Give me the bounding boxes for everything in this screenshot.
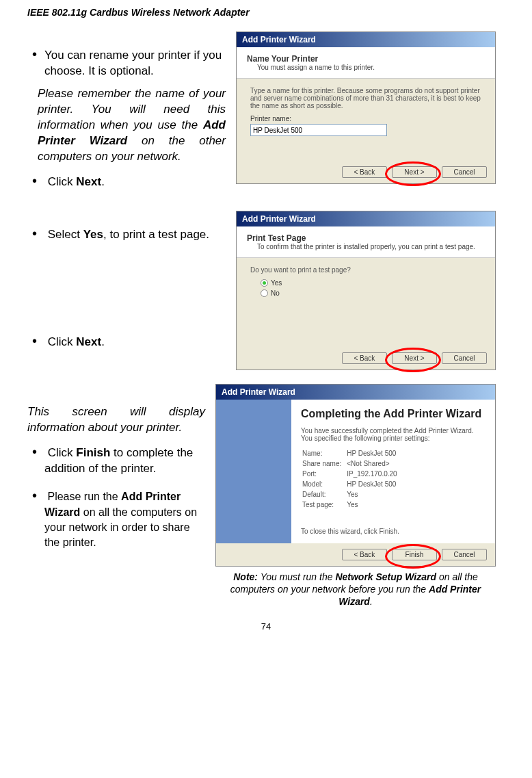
back-button-1[interactable]: < Back xyxy=(342,166,387,178)
printer-info-table: Name:HP DeskJet 500 Share name:<Not Shar… xyxy=(301,448,403,510)
add-printer-dialog-3: Add Printer Wizard Completing the Add Pr… xyxy=(215,384,496,567)
finish-button[interactable]: Finish xyxy=(392,549,437,560)
dialog-2-body: Do you want to print a test page? Yes No xyxy=(237,258,495,347)
dialog-2-header: Print Test Page To confirm that the prin… xyxy=(237,226,495,258)
dialog-3-container: Add Printer Wizard Completing the Add Pr… xyxy=(215,384,496,608)
radio-yes-label: Yes xyxy=(271,279,282,287)
dialog-1-container: Add Printer Wizard Name Your Printer You… xyxy=(236,31,496,197)
bullet-run-wizard: Please run the Add Printer Wizard on all… xyxy=(44,487,205,549)
dialog-1-body: Type a name for this printer. Because so… xyxy=(237,79,495,161)
remember-note: Please remember the name of your printer… xyxy=(38,86,226,165)
cancel-button-3[interactable]: Cancel xyxy=(442,549,487,560)
table-row: Test page:Yes xyxy=(302,500,401,509)
section-2: Select Yes, to print a test page. Click … xyxy=(27,211,505,370)
dialog-1-titlebar: Add Printer Wizard xyxy=(237,32,495,47)
section-3: This screen will display information abo… xyxy=(27,384,505,608)
dialog-3-footer: < Back Finish Cancel xyxy=(216,543,495,566)
wizard-side-graphic xyxy=(216,400,291,543)
table-row: Name:HP DeskJet 500 xyxy=(302,449,401,458)
bullet-select-yes: Select Yes, to print a test page. xyxy=(44,224,226,243)
dialog-1-description: Type a name for this printer. Because so… xyxy=(250,87,481,109)
network-setup-note: Note: You must run the Network Setup Wiz… xyxy=(215,571,496,608)
bullet-click-next-2: Click Next. xyxy=(44,332,226,350)
dialog-3-titlebar: Add Printer Wizard xyxy=(216,385,495,400)
table-row: Share name:<Not Shared> xyxy=(302,459,401,468)
dialog-2-subheading: To confirm that the printer is installed… xyxy=(247,243,485,250)
table-row: Default:Yes xyxy=(302,490,401,499)
completion-heading: Completing the Add Printer Wizard xyxy=(301,408,486,420)
table-row: Port:IP_192.170.0.20 xyxy=(302,469,401,478)
bullet-click-finish: Click Finish to complete the addition of… xyxy=(44,443,205,477)
next-button-1[interactable]: Next > xyxy=(392,166,437,178)
left-column-1: You can rename your printer if you choos… xyxy=(27,31,226,197)
back-button-2[interactable]: < Back xyxy=(342,352,387,364)
bullet-rename: You can rename your printer if you choos… xyxy=(44,45,226,79)
bullet-click-next-1: Click Next. xyxy=(44,172,226,190)
cancel-button-2[interactable]: Cancel xyxy=(442,352,487,364)
left-column-3: This screen will display information abo… xyxy=(27,384,205,608)
back-button-3[interactable]: < Back xyxy=(342,549,387,560)
dialog-1-heading: Name Your Printer xyxy=(247,54,485,64)
add-printer-dialog-1: Add Printer Wizard Name Your Printer You… xyxy=(236,31,496,184)
dialog-3-body: Completing the Add Printer Wizard You ha… xyxy=(216,400,495,543)
close-wizard-note: To close this wizard, click Finish. xyxy=(301,528,486,535)
radio-yes-icon xyxy=(261,279,268,287)
document-header: IEEE 802.11g Cardbus Wireless Network Ad… xyxy=(27,7,505,18)
cancel-button-1[interactable]: Cancel xyxy=(442,166,487,178)
section-1: You can rename your printer if you choos… xyxy=(27,31,505,197)
dialog-1-header: Name Your Printer You must assign a name… xyxy=(237,47,495,79)
radio-no[interactable]: No xyxy=(261,289,481,297)
wizard-completion-panel: Completing the Add Printer Wizard You ha… xyxy=(291,400,495,543)
dialog-1-subheading: You must assign a name to this printer. xyxy=(247,64,485,71)
dialog-2-container: Add Printer Wizard Print Test Page To co… xyxy=(236,211,496,370)
printer-name-input[interactable] xyxy=(250,124,387,136)
test-page-question: Do you want to print a test page? xyxy=(250,266,481,274)
completion-subtext: You have successfully completed the Add … xyxy=(301,427,486,442)
radio-no-label: No xyxy=(271,289,280,297)
display-info-note: This screen will display information abo… xyxy=(27,404,205,436)
dialog-2-footer: < Back Next > Cancel xyxy=(237,347,495,369)
dialog-1-footer: < Back Next > Cancel xyxy=(237,161,495,183)
printer-name-label: Printer name: xyxy=(250,115,481,122)
dialog-2-heading: Print Test Page xyxy=(247,233,485,243)
table-row: Model:HP DeskJet 500 xyxy=(302,480,401,489)
radio-yes[interactable]: Yes xyxy=(261,279,481,287)
next-button-2[interactable]: Next > xyxy=(392,352,437,364)
left-column-2: Select Yes, to print a test page. Click … xyxy=(27,211,226,370)
dialog-2-titlebar: Add Printer Wizard xyxy=(237,211,495,226)
page-number: 74 xyxy=(27,621,505,632)
add-printer-dialog-2: Add Printer Wizard Print Test Page To co… xyxy=(236,211,496,370)
radio-no-icon xyxy=(261,289,268,297)
